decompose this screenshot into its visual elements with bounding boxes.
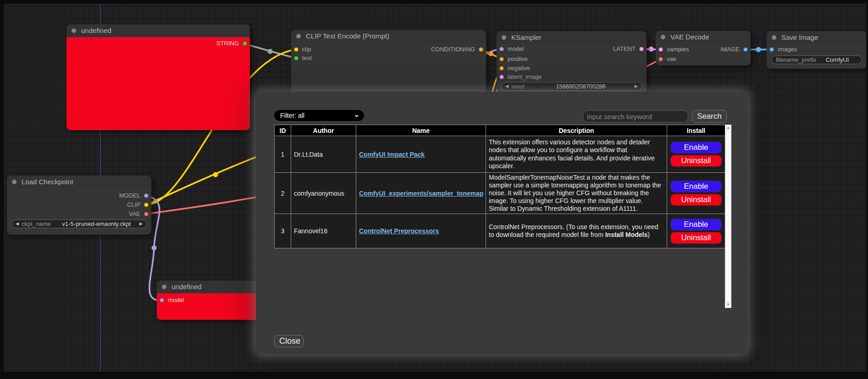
image-port-dot[interactable] [743, 47, 748, 52]
node-body: STRING [66, 37, 250, 130]
conditioning-port-dot[interactable] [479, 47, 483, 52]
image-port-dot[interactable] [769, 47, 774, 52]
wire-latent-dot [649, 47, 654, 52]
node-title-bar[interactable]: CLIP Text Encode (Prompt) [291, 30, 486, 43]
header-id: ID [275, 125, 291, 136]
port-label: CLIP [127, 201, 140, 208]
vae-port-dot[interactable] [658, 57, 663, 61]
node-body: MODEL CLIP VAE ◀ ckpt_name v1-5-pruned-e… [7, 188, 151, 235]
scrollbar-thumb[interactable] [725, 131, 731, 302]
collapse-dot-icon[interactable] [12, 180, 17, 184]
port-label: LATENT [613, 45, 636, 52]
node-body: samples vae IMAGE [656, 44, 751, 66]
input-vae[interactable]: vae [656, 55, 751, 64]
node-title-bar[interactable]: undefined [66, 24, 250, 37]
node-title-bar[interactable]: VAE Decode [656, 31, 751, 44]
conditioning-port-dot[interactable] [499, 57, 504, 61]
extension-table: ID Author Name Description Install 1 Dr.… [274, 125, 725, 248]
output-model[interactable]: MODEL [7, 191, 151, 200]
latent-port-dot[interactable] [499, 75, 504, 79]
model-port-dot[interactable] [160, 298, 164, 302]
node-clip-text-encode[interactable]: CLIP Text Encode (Prompt) clip text COND… [291, 30, 486, 96]
extension-row: 1 Dr.Lt.Data ComfyUI Impact Pack This ex… [275, 136, 725, 173]
node-title-bar[interactable]: undefined [157, 280, 261, 293]
canvas-edge [0, 0, 868, 4]
scroll-down-icon[interactable]: ▼ [725, 302, 731, 308]
scrollbar[interactable]: ▲ ▼ [725, 125, 731, 308]
conditioning-port-dot[interactable] [499, 66, 504, 71]
port-label: STRING [216, 40, 239, 47]
text-port-dot[interactable] [294, 56, 299, 60]
node-title-bar[interactable]: KSampler [497, 31, 647, 44]
collapse-dot-icon[interactable] [661, 35, 665, 39]
scroll-up-icon[interactable]: ▲ [725, 125, 731, 131]
widget-value[interactable]: v1-5-pruned-emaonly.ckpt [54, 220, 140, 227]
collapse-dot-icon[interactable] [772, 35, 776, 40]
input-images[interactable]: images [767, 45, 867, 54]
node-undefined-bottom[interactable]: undefined model [157, 280, 261, 320]
app-window: undefined STRING CLIP Text Encode (Promp… [0, 0, 868, 379]
node-title: CLIP Text Encode (Prompt) [306, 32, 389, 40]
clip-port-dot[interactable] [144, 203, 149, 207]
uninstall-button[interactable]: Uninstall [670, 232, 722, 244]
increment-arrow-icon[interactable]: ▶ [635, 82, 638, 91]
extension-link[interactable]: ComfyUI_experiments/sampler_tonemap [359, 190, 484, 197]
ckpt-name-widget[interactable]: ◀ ckpt_name v1-5-pruned-emaonly.ckpt ▶ [11, 220, 147, 228]
table-header-row: ID Author Name Description Install [275, 125, 725, 136]
search-input[interactable] [583, 110, 688, 122]
node-undefined-top[interactable]: undefined STRING [66, 24, 250, 130]
filter-select[interactable]: Filter: all [274, 110, 364, 121]
collapse-dot-icon[interactable] [296, 34, 301, 38]
output-conditioning[interactable]: CONDITIONING [291, 45, 486, 54]
seed-widget[interactable]: ◀ seed 156680208700286 ▶ [501, 82, 642, 91]
header-install: Install [667, 125, 725, 136]
node-title: KSampler [511, 33, 542, 41]
input-negative[interactable]: negative [497, 64, 647, 73]
enable-button[interactable]: Enable [670, 181, 722, 192]
decrement-arrow-icon[interactable]: ◀ [16, 220, 19, 228]
collapse-dot-icon[interactable] [162, 285, 166, 289]
output-string[interactable]: STRING [66, 39, 250, 48]
node-ksampler[interactable]: KSampler model positive negative latent_… [497, 31, 647, 94]
input-model[interactable]: model [157, 296, 261, 305]
widget-label: ckpt_name [22, 220, 51, 227]
output-latent[interactable]: LATENT [497, 44, 647, 54]
output-image[interactable]: IMAGE [656, 45, 751, 54]
enable-button[interactable]: Enable [670, 142, 722, 154]
widget-value[interactable]: 156680208700286 [527, 83, 635, 90]
filename-prefix-widget[interactable]: filename_prefix ComfyUI [771, 55, 862, 64]
node-save-image[interactable]: Save Image images filename_prefix ComfyU… [767, 31, 867, 69]
widget-label: seed [511, 83, 524, 90]
description-text: ModelSamplerTonemapNoiseTest a node that… [489, 174, 661, 212]
uninstall-button[interactable]: Uninstall [670, 155, 722, 167]
uninstall-button[interactable]: Uninstall [670, 194, 722, 206]
string-port-dot[interactable] [243, 41, 247, 46]
input-latent-image[interactable]: latent_image [497, 72, 647, 82]
widget-value[interactable]: ComfyUI [817, 56, 858, 63]
collapse-dot-icon[interactable] [72, 28, 76, 33]
cell-install: Enable Uninstall [667, 173, 725, 214]
output-clip[interactable]: CLIP [7, 200, 151, 209]
node-load-checkpoint[interactable]: Load Checkpoint MODEL CLIP VAE ◀ ckpt_na… [7, 176, 151, 235]
output-vae[interactable]: VAE [7, 209, 151, 219]
collapse-dot-icon[interactable] [502, 35, 506, 40]
latent-port-dot[interactable] [639, 47, 644, 51]
node-title-bar[interactable]: Load Checkpoint [7, 176, 151, 188]
close-button[interactable]: Close [274, 335, 304, 347]
extension-table-container: ID Author Name Description Install 1 Dr.… [274, 125, 731, 308]
vae-port-dot[interactable] [144, 212, 149, 216]
input-text[interactable]: text [291, 54, 486, 63]
extension-manager-dialog: Filter: all ⌄ Search ID Author Name Desc… [256, 92, 747, 354]
wire-conditioning-dot [488, 51, 493, 56]
extension-link[interactable]: ControlNet Preprocessors [359, 227, 439, 235]
node-vae-decode[interactable]: VAE Decode samples vae IMAGE [656, 31, 751, 66]
cell-author: Fannovel16 [291, 214, 356, 248]
decrement-arrow-icon[interactable]: ◀ [505, 82, 509, 91]
input-positive[interactable]: positive [497, 55, 647, 64]
enable-button[interactable]: Enable [670, 219, 722, 231]
search-button[interactable]: Search [692, 110, 727, 123]
model-port-dot[interactable] [144, 193, 149, 198]
extension-link[interactable]: ComfyUI Impact Pack [359, 151, 425, 158]
node-title-bar[interactable]: Save Image [767, 31, 867, 44]
increment-arrow-icon[interactable]: ▶ [139, 220, 143, 228]
